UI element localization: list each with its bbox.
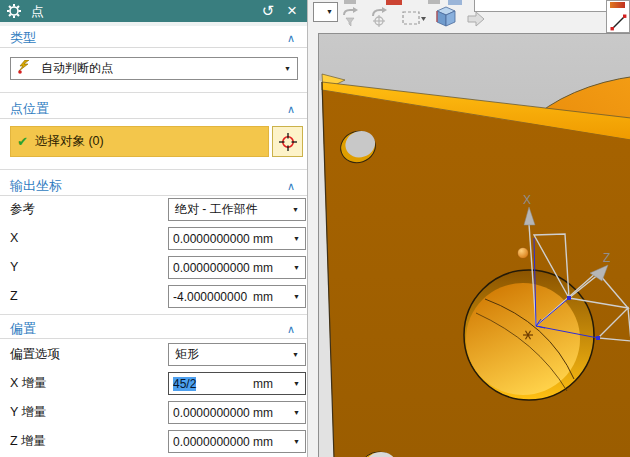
titlebar-shadow [0,22,307,26]
section-header-type[interactable]: 类型 ∧ [0,28,307,48]
marquee-select-icon[interactable] [402,11,426,31]
z-axis-label: Z [603,251,610,265]
offset-option-value: 矩形 [169,346,199,363]
model-view: X Z [319,34,630,457]
dialog-title: 点 [31,3,44,21]
point-type-dropdown[interactable]: 自动判断的点 ▼ [10,57,298,80]
chevron-down-icon[interactable]: ▼ [293,285,305,308]
nx-point-dialog-screen: 点 ↺ × 类型 ∧ 自动判断的点 ▼ 点位置 ∧ ✔ [0,0,630,457]
y-coord-value: 0.0000000000 [173,261,251,275]
section-title-output-coords: 输出坐标 [10,178,62,193]
offset-option-dropdown[interactable]: 矩形 ▼ [168,343,306,366]
reset-button[interactable]: ↺ [257,0,279,22]
select-object-row[interactable]: ✔ 选择对象 (0) [10,126,269,157]
top-toolbar: ▼ [308,0,630,33]
z-coord-label: Z [10,285,18,308]
y-increment-field[interactable]: 0.0000000000 mm ▼ [168,401,306,424]
divider [0,169,307,170]
divider [0,314,307,315]
collapse-icon[interactable]: ∧ [287,99,295,119]
reference-value: 绝对 - 工作部件 [169,201,258,218]
reference-dropdown[interactable]: 绝对 - 工作部件 ▼ [168,198,306,221]
y-increment-label: Y 增量 [10,401,47,424]
handle-dot[interactable] [596,336,600,340]
reference-label: 参考 [10,198,35,221]
y-increment-value: 0.0000000000 [173,406,251,420]
chevron-down-icon[interactable]: ▼ [293,372,305,395]
check-icon: ✔ [17,134,28,149]
right-mini-toolbar [606,0,630,33]
x-increment-field[interactable]: 45/2 mm ▼ [168,372,306,395]
chevron-down-icon: ▼ [292,343,305,366]
z-increment-label: Z 增量 [10,430,46,453]
undo-filter-icon[interactable] [340,7,362,33]
x-coord-value: 0.0000000000 [173,232,251,246]
handle-dot[interactable] [567,296,571,300]
origin-drag-ball[interactable] [518,248,529,259]
inferred-point-icon [17,60,30,77]
offset-option-label: 偏置选项 [10,343,60,366]
chevron-down-icon[interactable]: ▼ [293,256,305,279]
clipped-icon-fragment [428,0,440,4]
x-coord-field[interactable]: 0.0000000000 mm ▼ [168,227,306,250]
clipped-icon-fragment [344,0,356,4]
x-axis-label: X [523,193,531,207]
x-coord-unit: mm [253,232,273,246]
x-increment-value: 45/2 [173,377,251,391]
crosshair-icon [278,132,298,152]
line-tool-icon[interactable] [610,14,627,33]
select-object-label: 选择对象 (0) [35,133,104,150]
gear-icon [7,4,21,22]
y-coord-label: Y [10,256,18,279]
graphics-viewport[interactable]: X Z [318,33,630,457]
z-increment-field[interactable]: 0.0000000000 mm ▼ [168,430,306,453]
dropdown-stub[interactable]: ▼ [313,2,338,22]
clipped-icon-fragment [386,0,402,5]
collapse-icon[interactable]: ∧ [287,319,295,339]
z-increment-unit: mm [253,435,273,449]
view-cube-icon[interactable] [434,5,458,33]
clipped-readout-box [474,0,612,12]
section-header-output-coords[interactable]: 输出坐标 ∧ [0,176,307,196]
y-coord-field[interactable]: 0.0000000000 mm ▼ [168,256,306,279]
section-header-point-location[interactable]: 点位置 ∧ [0,99,307,119]
selected-text: 45/2 [173,377,196,391]
section-title-type: 类型 [10,30,36,45]
x-coord-label: X [10,227,18,250]
rotate-point-icon[interactable] [368,7,390,33]
chevron-down-icon: ▼ [284,57,297,80]
section-title-point-location: 点位置 [10,101,49,116]
section-title-offset: 偏置 [10,321,36,336]
clipped-icon-fragment [610,2,625,8]
point-dialog: 点 ↺ × 类型 ∧ 自动判断的点 ▼ 点位置 ∧ ✔ [0,0,308,457]
close-button[interactable]: × [281,0,303,22]
forward-arrow-icon[interactable] [466,11,486,31]
chevron-down-icon[interactable]: ▼ [293,227,305,250]
x-increment-label: X 增量 [10,372,47,395]
point-type-value: 自动判断的点 [35,60,113,77]
chevron-down-icon: ▼ [292,198,305,221]
z-increment-value: 0.0000000000 [173,435,251,449]
z-coord-field[interactable]: -4.000000000 mm ▼ [168,285,306,308]
divider [0,92,307,93]
section-header-offset[interactable]: 偏置 ∧ [0,319,307,339]
y-increment-unit: mm [253,406,273,420]
y-coord-unit: mm [253,261,273,275]
x-increment-unit: mm [253,377,273,391]
dialog-titlebar[interactable]: 点 ↺ × [0,0,307,22]
point-dialog-picker-button[interactable] [272,126,303,157]
chevron-down-icon[interactable]: ▼ [293,430,305,453]
counterbore-hole[interactable] [464,270,594,400]
chevron-down-icon[interactable]: ▼ [293,401,305,424]
collapse-icon[interactable]: ∧ [287,176,295,196]
z-coord-value: -4.000000000 [173,290,251,304]
collapse-icon[interactable]: ∧ [287,28,295,48]
z-coord-unit: mm [253,290,273,304]
